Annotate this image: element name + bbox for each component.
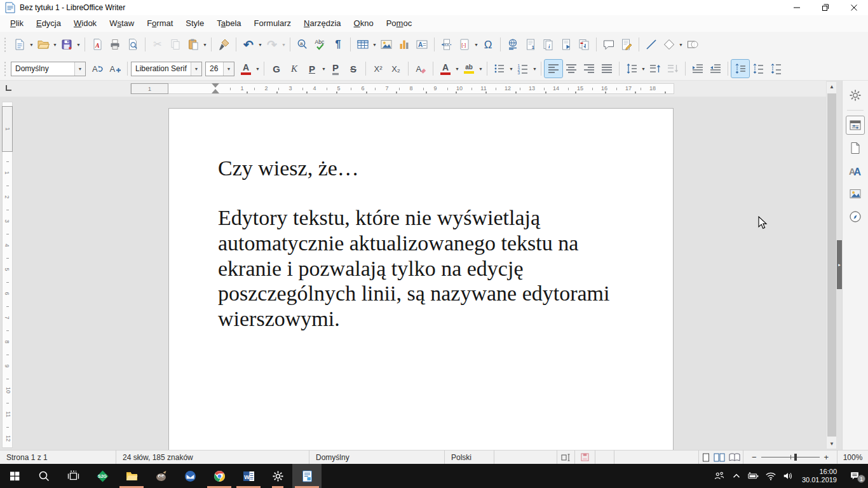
insert-chart-button[interactable] (395, 36, 413, 53)
undo-button[interactable]: ↶ (240, 36, 257, 53)
tab-stop-selector[interactable] (6, 85, 11, 91)
s2g-app-button[interactable]: S2G (88, 464, 117, 488)
book-view-icon[interactable] (729, 453, 740, 462)
new-document-button[interactable] (11, 36, 29, 53)
sidebar-gallery-button[interactable] (846, 184, 865, 203)
print-button[interactable] (106, 36, 124, 53)
chevron-down-icon[interactable]: ▼ (74, 62, 85, 76)
scroll-up-arrow[interactable]: ▲ (827, 82, 837, 92)
restore-button[interactable] (811, 0, 839, 15)
clock[interactable]: 16:00 30.01.2019 (799, 468, 839, 484)
menu-okno[interactable]: Okno (348, 15, 380, 32)
numbered-list-dropdown[interactable]: ▼ (532, 60, 538, 78)
justify-button[interactable] (598, 60, 616, 78)
line-spacing-dropdown[interactable]: ▼ (641, 60, 646, 78)
close-button[interactable] (839, 0, 868, 15)
formatting-marks-button[interactable]: ¶ (329, 36, 347, 53)
sidebar-navigator-button[interactable] (846, 207, 865, 226)
open-button[interactable] (34, 36, 52, 53)
status-insert-mode[interactable] (557, 451, 575, 464)
basic-shapes-dropdown[interactable]: ▼ (678, 36, 684, 53)
insert-footnote-button[interactable]: 1 (522, 36, 539, 53)
indent-marker[interactable] (212, 83, 220, 94)
draw-functions-button[interactable] (684, 36, 702, 53)
vertical-scrollbar[interactable]: ▲ ▼ (826, 82, 836, 449)
word-button[interactable]: W (234, 464, 263, 488)
people-icon[interactable] (714, 470, 725, 482)
bullet-list-button[interactable] (491, 60, 508, 78)
menu-plik[interactable]: Plik (4, 15, 30, 32)
open-dropdown[interactable]: ▼ (52, 36, 58, 53)
thunderbird-button[interactable] (175, 464, 205, 488)
menu-tabela[interactable]: Tabela (210, 15, 247, 32)
insert-page-break-button[interactable] (438, 36, 456, 53)
save-dropdown[interactable]: ▼ (76, 36, 81, 53)
battery-icon[interactable] (748, 470, 759, 482)
line-spacing-1-button[interactable] (731, 60, 749, 78)
chevron-down-icon[interactable]: ▼ (191, 62, 201, 76)
insert-comment-button[interactable] (600, 36, 618, 53)
spelling-button[interactable]: Abc (311, 36, 329, 53)
menu-narzedzia[interactable]: Narzędzia (297, 15, 348, 32)
gimp-button[interactable] (146, 464, 175, 488)
align-right-button[interactable] (580, 60, 598, 78)
bold-button[interactable]: G (268, 60, 285, 78)
menu-pomoc[interactable]: Pomoc (380, 15, 418, 32)
superscript-button[interactable]: X² (369, 60, 387, 78)
chevron-up-icon[interactable] (731, 470, 742, 482)
sidebar-styles-button[interactable]: A A (846, 161, 865, 180)
highlight-color-dropdown[interactable]: ▼ (478, 60, 484, 78)
italic-button[interactable]: K (285, 60, 303, 78)
insert-table-button[interactable] (354, 36, 372, 53)
insert-table-dropdown[interactable]: ▼ (372, 36, 377, 53)
wifi-icon[interactable] (765, 470, 776, 482)
task-view-button[interactable] (58, 464, 88, 488)
undo-dropdown[interactable]: ▼ (257, 36, 263, 53)
taskbar-search-button[interactable] (29, 464, 58, 488)
insert-textbox-button[interactable]: A (413, 36, 431, 53)
scrollbar-thumb[interactable] (827, 93, 836, 437)
sidebar-page-button[interactable] (846, 139, 865, 158)
line-spacing-2-button[interactable] (767, 60, 785, 78)
clone-formatting-button[interactable] (215, 36, 233, 53)
new-style-button[interactable]: A (106, 60, 124, 78)
settings-button[interactable] (263, 464, 292, 488)
insert-bookmark-button[interactable] (557, 36, 575, 53)
underline-dropdown[interactable]: ▼ (321, 60, 327, 78)
chevron-down-icon[interactable]: ▼ (223, 62, 234, 76)
volume-icon[interactable] (782, 470, 794, 482)
insert-image-button[interactable] (377, 36, 395, 53)
strikethrough-button[interactable]: S (344, 60, 362, 78)
highlight-color-button[interactable]: ab (460, 60, 478, 78)
increase-indent-button[interactable] (689, 60, 707, 78)
print-preview-button[interactable] (124, 36, 142, 53)
writer-taskbar-button[interactable] (292, 464, 322, 488)
font-color-dropdown2[interactable]: ▼ (454, 60, 460, 78)
sidebar-splitter[interactable]: ▸ (837, 240, 842, 289)
scroll-down-arrow[interactable]: ▼ (827, 439, 837, 449)
minimize-button[interactable] (782, 0, 811, 15)
menu-edycja[interactable]: Edycja (30, 15, 67, 32)
file-explorer-button[interactable] (117, 464, 146, 488)
sidebar-properties-button[interactable] (846, 116, 865, 135)
action-center-button[interactable]: 1 (845, 470, 864, 482)
font-color-button-top[interactable]: A (237, 60, 255, 78)
menu-style[interactable]: Style (179, 15, 210, 32)
sidebar-settings-button[interactable] (846, 86, 865, 105)
zoom-in-icon[interactable]: + (824, 452, 829, 462)
insert-field-dropdown[interactable]: ▼ (473, 36, 479, 53)
line-spacing-15-button[interactable] (749, 60, 767, 78)
chrome-button[interactable] (205, 464, 234, 488)
paragraph-style-combo[interactable]: Domyślny ▼ (11, 62, 86, 76)
special-character-button[interactable]: Ω (479, 36, 497, 53)
double-underline-button[interactable]: P (327, 60, 344, 78)
toolbar-grip[interactable] (4, 61, 7, 76)
decrease-indent-button[interactable] (707, 60, 724, 78)
font-size-combo[interactable]: 26 ▼ (205, 62, 234, 76)
track-changes-button[interactable] (618, 36, 635, 53)
status-language[interactable]: Polski (445, 451, 494, 464)
status-page-number[interactable]: Strona 1 z 1 (0, 451, 116, 464)
status-zoom-percent[interactable]: 100% (837, 451, 868, 464)
bullet-list-dropdown[interactable]: ▼ (508, 60, 514, 78)
align-center-button[interactable] (562, 60, 580, 78)
